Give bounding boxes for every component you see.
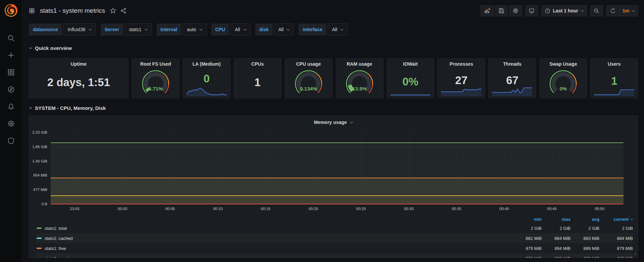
legend: minmaxavgcurrent stats1: total2 GiB2 GiB… — [37, 215, 633, 258]
legend-series-label[interactable]: stats1: free — [37, 246, 513, 251]
sparkline — [441, 85, 481, 96]
memory-usage-plot[interactable]: 0 B477 MiB954 MiB1.40 GiB1.86 GiB2.33 Gi… — [51, 133, 624, 204]
refresh-group: 1m — [606, 5, 638, 16]
chevron-down-icon — [89, 27, 91, 30]
chevron-down-icon — [350, 120, 353, 123]
x-axis-label: 00:50 — [595, 207, 604, 211]
dashboards-icon[interactable] — [7, 69, 15, 76]
legend-value-current: 2 GiB — [599, 226, 633, 231]
variable-value-text: All — [235, 27, 240, 32]
legend-swatch[interactable] — [37, 238, 42, 239]
stat-panel-title[interactable]: CPU usage — [296, 61, 321, 67]
stat-panel-title[interactable]: Users — [608, 61, 621, 67]
series-line[interactable] — [51, 142, 624, 143]
series-line[interactable] — [51, 178, 624, 178]
stat-panel-title[interactable]: Processes — [449, 61, 473, 67]
memory-usage-panel: Memory usage 0 B477 MiB954 MiB1.40 GiB1.… — [29, 116, 638, 258]
legend-series-label[interactable]: stats1: cached — [37, 236, 513, 241]
x-axis-label: 00:00 — [118, 207, 127, 211]
grafana-logo[interactable] — [4, 3, 18, 18]
legend-value-avg: 276 MiB — [571, 256, 599, 258]
alerting-bell-icon[interactable] — [7, 103, 15, 110]
legend-swatch[interactable] — [37, 258, 42, 258]
sidebar-menu — [7, 35, 15, 144]
section-quick-overview[interactable]: Quick overview — [22, 44, 644, 52]
legend-value-avg: 883 MiB — [571, 236, 599, 241]
stat-panel-title[interactable]: Swap Usage — [549, 61, 577, 67]
legend-column-label: avg — [592, 217, 599, 222]
stat-panel-la-medium-: LA (Medium)0 — [183, 58, 230, 98]
legend-series-name: stats1: used — [45, 256, 68, 258]
create-icon[interactable] — [7, 52, 15, 59]
legend-row: stats1: total2 GiB2 GiB2 GiB2 GiB — [37, 223, 633, 233]
stat-panel-swap-usage: Swap Usage0% — [539, 58, 587, 98]
x-axis-label: 00:45 — [547, 207, 557, 211]
stat-panel-title[interactable]: CPUs — [251, 61, 264, 67]
stat-panel-title[interactable]: LA (Medium) — [193, 61, 221, 67]
refresh-interval-picker[interactable]: 1m — [619, 5, 638, 16]
apps-grid-icon[interactable] — [29, 8, 35, 14]
y-gridline — [51, 204, 624, 205]
x-axis-label: 00:05 — [165, 207, 175, 211]
star-icon[interactable] — [110, 8, 116, 14]
stat-panel-uptime: Uptime2 days, 1:51 — [29, 58, 128, 98]
legend-column-current[interactable]: current — [599, 217, 633, 222]
legend-column-max[interactable]: max — [542, 217, 571, 222]
stat-panel-ram-usage: RAM usage13.9% — [336, 58, 383, 98]
sparkline — [390, 87, 431, 96]
legend-series-name: stats1: cached — [45, 236, 73, 241]
stat-panel-title[interactable]: Threads — [503, 61, 521, 67]
add-panel-button[interactable] — [481, 5, 494, 16]
configuration-gear-icon[interactable] — [7, 120, 15, 127]
legend-swatch[interactable] — [37, 227, 42, 229]
variable-value-text: stats1 — [129, 27, 141, 32]
legend-series-name: stats1: total — [45, 226, 67, 231]
legend-value-min: 2 GiB — [513, 226, 542, 231]
legend-row: stats1: used270 MiB285 MiB276 MiB285 MiB — [37, 253, 633, 258]
series-line[interactable] — [51, 204, 624, 204]
legend-column-label: min — [534, 217, 542, 222]
variable-select[interactable]: All — [274, 23, 294, 36]
variable-interface: interfaceAll — [299, 23, 347, 36]
legend-column-avg[interactable]: avg — [571, 217, 599, 222]
search-icon[interactable] — [7, 35, 15, 42]
stat-panel-title[interactable]: RAM usage — [346, 61, 372, 67]
dashboard-settings-button[interactable] — [509, 5, 522, 16]
variable-select[interactable]: All — [230, 23, 251, 36]
variables-row: datasourceInfluxDBServerstats1Intervalau… — [22, 21, 644, 36]
legend-series-label[interactable]: stats1: used — [37, 256, 513, 258]
save-dashboard-button[interactable] — [495, 5, 508, 16]
x-axis-labels: 23:5500:0000:0500:1000:1500:2000:2500:30… — [51, 206, 624, 212]
panel-title-memory-usage[interactable]: Memory usage — [29, 116, 638, 129]
explore-compass-icon[interactable] — [7, 86, 15, 93]
y-axis-label: 2.33 GiB — [29, 130, 47, 134]
y-axis-label: 1.40 GiB — [29, 159, 47, 163]
legend-column-min[interactable]: min — [513, 217, 542, 222]
section-system[interactable]: SYSTEM - CPU, Memory, Disk — [22, 104, 644, 112]
variable-select[interactable]: All — [328, 23, 348, 36]
variable-select[interactable]: InfluxDB — [63, 23, 96, 36]
x-axis-label: 00:15 — [261, 207, 270, 211]
legend-series-label[interactable]: stats1: total — [37, 226, 513, 231]
zoom-out-button[interactable] — [590, 5, 603, 16]
panel-resize-handle[interactable] — [633, 251, 637, 257]
variable-select[interactable]: auto — [182, 23, 206, 36]
stat-value: 1 — [255, 77, 261, 88]
y-axis-label: 1.86 GiB — [29, 145, 47, 149]
cycle-view-button[interactable] — [525, 5, 538, 16]
dashboard-title[interactable]: stats1 - system metrics — [40, 7, 105, 14]
legend-swatch[interactable] — [37, 248, 42, 249]
server-admin-shield-icon[interactable] — [7, 137, 15, 144]
stat-panel-body: 13.9% — [336, 67, 383, 98]
variable-value-text: All — [332, 27, 337, 32]
refresh-button[interactable] — [606, 5, 619, 16]
stat-panel-title[interactable]: IOWait — [403, 61, 418, 67]
time-range-picker[interactable]: Last 1 hour — [541, 5, 587, 16]
legend-value-max: 2 GiB — [542, 226, 571, 231]
legend-value-max: 285 MiB — [542, 256, 571, 258]
share-icon[interactable] — [120, 8, 126, 14]
stat-panel-title[interactable]: Root FS Used — [140, 61, 171, 67]
variable-select[interactable]: stats1 — [124, 23, 152, 36]
stat-panel-title[interactable]: Uptime — [71, 61, 87, 67]
stat-panel-body: 1 — [234, 67, 281, 98]
